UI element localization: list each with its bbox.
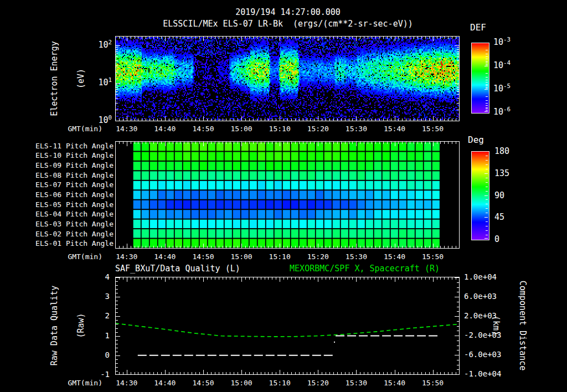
def-colorbar-tick-label: 10-3 (493, 38, 511, 47)
colorbar-tick (484, 151, 488, 152)
time-tick-label: 14:50 (192, 379, 214, 387)
time-tick-label: 14:40 (154, 125, 176, 133)
def-colorbar-tick-label: 10-4 (493, 61, 511, 70)
pitch-row-label: ELS-01 Pitch Angle (35, 240, 114, 247)
colorbar-tick (484, 217, 488, 218)
colorbar-tick (486, 56, 488, 57)
colorbar-tick (486, 54, 488, 54)
distance-series-title: MEXORBMC/SPF X, Spacecraft (R) (290, 264, 440, 273)
time-tick-label: 15:30 (346, 379, 367, 387)
time-tick-label: 15:00 (230, 379, 252, 387)
time-tick-label: 15:50 (422, 379, 444, 387)
colorbar-tick (484, 66, 488, 66)
distance-y-axis-label-line1: Component Distance (518, 277, 527, 374)
colorbar-tick (486, 107, 488, 108)
colorbar-tick (484, 89, 488, 90)
spectrogram-y-axis-label-line2: (eV) (76, 30, 85, 127)
colorbar-tick (486, 103, 488, 104)
quality-distance-plot (115, 277, 460, 375)
time-tick-label: 15:20 (307, 253, 329, 261)
deg-colorbar-tick-label: 45 (494, 213, 504, 221)
pitch-angle-grid (115, 141, 460, 249)
pitch-row-label: ELS-08 Pitch Angle (35, 172, 114, 179)
colorbar-tick (486, 80, 488, 80)
time-tick-label: 14:50 (192, 253, 214, 261)
pitch-row-label: ELS-10 Pitch Angle (35, 152, 114, 159)
pitch-row-label: ELS-02 Pitch Angle (35, 230, 114, 238)
pitch-row-label: ELS-03 Pitch Angle (35, 220, 114, 228)
colorbar-tick (484, 238, 488, 239)
colorbar-tick (486, 110, 488, 111)
time-tick-label: 15:30 (346, 125, 367, 133)
page-title-date: 2019/194 14:27:00.000 (235, 8, 341, 17)
colorbar-tick (486, 61, 488, 61)
colorbar-tick (486, 187, 488, 187)
time-tick-label: 15:40 (384, 379, 405, 387)
distance-y-axis-label-line2: (km) (492, 277, 501, 374)
time-tick-label: 15:10 (269, 125, 291, 133)
colorbar-tick (486, 199, 488, 200)
quality-y-axis-label-line2: (Raw) (76, 277, 85, 374)
colorbar-tick (486, 84, 488, 85)
page-title-instrument: ELSSCIL/MEx ELS-07 LR-Bk (ergs/(cm**2-sr… (163, 19, 413, 28)
gmt-label-middle: GMT(min) (68, 253, 102, 261)
colorbar-tick (486, 178, 488, 178)
colorbar-tick (486, 88, 488, 89)
quality-y-tick-label: -1 (100, 370, 110, 379)
spectrogram-y-tick-label: 100 (98, 116, 112, 125)
colorbar-tick (486, 96, 488, 97)
def-colorbar-tick-label: 10-6 (493, 107, 511, 116)
pitch-row-label: ELS-04 Pitch Angle (35, 210, 114, 218)
colorbar-tick (486, 169, 488, 169)
def-colorbar-tick-label: 10-5 (493, 84, 511, 93)
colorbar-tick (486, 62, 488, 63)
quality-y-tick-label: 1 (105, 332, 110, 340)
colorbar-tick (486, 230, 488, 231)
colorbar-tick (484, 195, 488, 196)
time-tick-label: 15:10 (269, 379, 291, 387)
pitch-row-label: ELS-06 Pitch Angle (35, 191, 114, 199)
colorbar-tick (486, 226, 488, 226)
colorbar-tick (486, 59, 488, 59)
spectrogram-y-tick-label: 101 (98, 78, 112, 87)
colorbar-tick (486, 77, 488, 78)
colorbar-tick (486, 213, 488, 213)
time-tick-label: 15:10 (269, 253, 291, 261)
time-tick-label: 15:40 (384, 125, 405, 133)
quality-y-axis-label: Raw Data Quality (Raw) (32, 277, 52, 374)
quality-y-tick-label: 0 (105, 351, 110, 359)
time-tick-label: 14:40 (154, 379, 176, 387)
time-tick-label: 15:30 (346, 253, 367, 261)
colorbar-tick (486, 182, 488, 183)
deg-colorbar-tick-label: 135 (494, 169, 509, 178)
deg-colorbar-tick-label: 180 (494, 147, 509, 156)
colorbar-tick (484, 43, 488, 43)
time-tick-label: 15:50 (422, 253, 444, 261)
plot-page: 2019/194 14:27:00.000 ELSSCIL/MEx ELS-07… (0, 0, 567, 392)
colorbar-tick (486, 191, 488, 192)
pitch-row-label: ELS-09 Pitch Angle (35, 162, 114, 169)
time-tick-label: 14:30 (116, 125, 137, 133)
colorbar-tick (486, 100, 488, 101)
colorbar-tick (486, 87, 488, 87)
time-tick-label: 15:50 (422, 125, 444, 133)
quality-y-axis-label-line1: Raw Data Quality (50, 277, 59, 374)
colorbar-tick (486, 105, 488, 106)
colorbar-tick (486, 164, 488, 165)
colorbar-tick (486, 64, 488, 64)
colorbar-tick (486, 221, 488, 222)
quality-y-tick-label: 2 (105, 312, 110, 320)
time-tick-label: 15:20 (307, 379, 329, 387)
colorbar-tick (484, 173, 488, 174)
colorbar-tick (486, 50, 488, 50)
spectrogram-y-tick-label: 102 (98, 40, 112, 49)
colorbar-tick (486, 73, 488, 74)
time-tick-label: 15:00 (230, 253, 252, 261)
spectrogram-y-axis-label: Electron Energy (eV) (32, 30, 52, 127)
colorbar-tick (486, 156, 488, 156)
time-tick-label: 14:50 (192, 125, 214, 133)
colorbar-tick (486, 160, 488, 161)
time-tick-label: 14:40 (154, 253, 176, 261)
time-tick-label: 14:30 (116, 379, 137, 387)
pitch-row-label: ELS-05 Pitch Angle (35, 201, 114, 209)
